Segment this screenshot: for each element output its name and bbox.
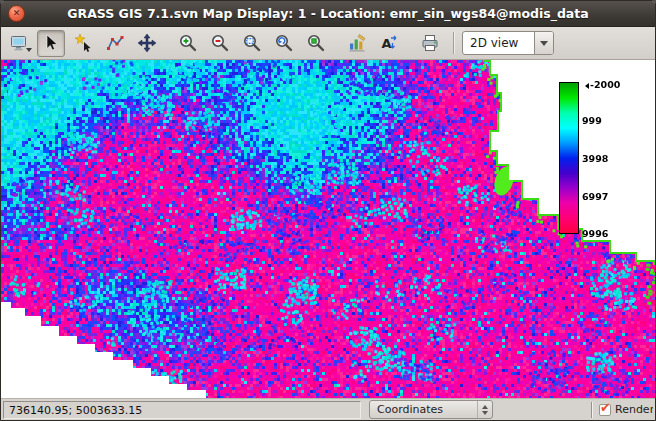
window-title: GRASS GIS 7.1.svn Map Display: 1 - Locat… xyxy=(25,6,655,21)
legend-label: -2000 xyxy=(582,80,620,90)
query-button[interactable] xyxy=(69,30,97,57)
zoom-in-icon xyxy=(178,33,198,53)
legend-label: 9996 xyxy=(582,229,608,239)
render-checkbox-label: Render xyxy=(615,403,653,416)
analyze-icon xyxy=(347,33,367,53)
analyze-button[interactable] xyxy=(343,30,371,57)
print-icon xyxy=(420,33,440,53)
chevron-down-icon xyxy=(540,41,548,50)
render-map-icon xyxy=(9,33,29,53)
checkmark-icon: ✔ xyxy=(600,403,611,415)
raster-map[interactable] xyxy=(1,60,655,398)
pointer-button[interactable] xyxy=(37,30,65,57)
digitize-button[interactable] xyxy=(101,30,129,57)
pan-icon xyxy=(137,33,157,53)
view-mode-dropdown-button[interactable] xyxy=(534,32,553,54)
close-button[interactable]: ✕ xyxy=(8,5,25,22)
render-map-button[interactable] xyxy=(5,30,33,57)
zoom-to-icon xyxy=(306,33,326,53)
titlebar[interactable]: ✕ GRASS GIS 7.1.svn Map Display: 1 - Loc… xyxy=(1,1,655,27)
pan-button[interactable] xyxy=(133,30,161,57)
zoom-back-button[interactable] xyxy=(270,30,298,57)
zoom-out-button[interactable] xyxy=(206,30,234,57)
map-canvas-area[interactable]: -2000 999 3998 6997 9996 xyxy=(1,60,655,398)
view-mode-value: 2D view xyxy=(463,32,534,54)
toolbar-separator xyxy=(453,32,455,54)
chevron-down-icon xyxy=(482,411,488,418)
map-legend: -2000 999 3998 6997 9996 xyxy=(559,82,622,236)
close-icon: ✕ xyxy=(13,9,21,18)
legend-label: 3998 xyxy=(582,154,608,164)
toolbar: A 2D view xyxy=(1,27,655,60)
legend-label: 999 xyxy=(582,116,602,126)
zoom-region-button[interactable] xyxy=(238,30,266,57)
legend-colorbar xyxy=(559,82,579,234)
chevron-up-icon xyxy=(482,402,488,409)
add-overlay-button[interactable]: A xyxy=(375,30,403,57)
query-icon xyxy=(73,33,93,53)
zoom-region-icon xyxy=(242,33,262,53)
legend-label: 6997 xyxy=(582,192,608,202)
print-button[interactable] xyxy=(416,30,444,57)
zoom-out-icon xyxy=(210,33,230,53)
zoom-to-button[interactable] xyxy=(302,30,330,57)
map-display-window: ✕ GRASS GIS 7.1.svn Map Display: 1 - Loc… xyxy=(0,0,656,421)
legend-labels: -2000 999 3998 6997 9996 xyxy=(582,82,622,236)
statusbar-separator xyxy=(591,402,593,418)
checkbox-icon: ✔ xyxy=(599,404,611,416)
statusbar: 736140.95; 5003633.15 Coordinates ✔ Rend… xyxy=(1,398,655,420)
render-checkbox[interactable]: ✔ Render xyxy=(599,403,653,416)
add-overlay-icon: A xyxy=(379,33,399,53)
coordinates-display: 736140.95; 5003633.15 xyxy=(3,401,361,419)
view-mode-select[interactable]: 2D view xyxy=(462,31,554,55)
zoom-back-icon xyxy=(274,33,294,53)
statusbar-mode-value: Coordinates xyxy=(370,403,477,416)
zoom-in-button[interactable] xyxy=(174,30,202,57)
digitize-icon xyxy=(105,33,125,53)
spinner-arrows-icon[interactable] xyxy=(477,401,492,418)
svg-text:A: A xyxy=(382,36,392,51)
statusbar-mode-select[interactable]: Coordinates xyxy=(369,400,493,419)
pointer-icon xyxy=(41,33,61,53)
